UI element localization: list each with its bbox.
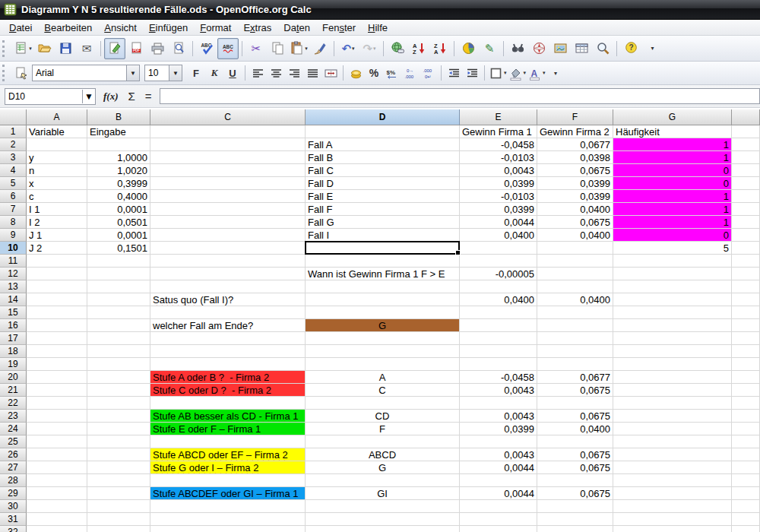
cell-F28[interactable] xyxy=(537,474,613,487)
cell-D9[interactable]: Fall I xyxy=(306,229,460,242)
cell-X21[interactable] xyxy=(732,384,760,397)
menu-hilfe[interactable]: Hilfe xyxy=(362,21,394,34)
cell-G15[interactable] xyxy=(613,306,732,319)
row-header-8[interactable]: 8 xyxy=(0,216,27,229)
new-document-button[interactable]: ▾ xyxy=(12,38,33,59)
sort-ascending-button[interactable]: AZ xyxy=(408,38,429,59)
cell-F19[interactable] xyxy=(537,358,613,371)
navigator-button[interactable] xyxy=(528,38,549,59)
cell-E16[interactable] xyxy=(460,319,537,332)
delete-decimal-button[interactable]: .0000↵ xyxy=(420,64,438,82)
toolbar-grip[interactable] xyxy=(2,40,8,57)
dropdown-arrow-icon[interactable]: ▾ xyxy=(305,46,308,52)
cell-G5[interactable]: 0 xyxy=(613,177,732,190)
cell-D25[interactable] xyxy=(306,435,460,448)
cell-E2[interactable]: -0,0458 xyxy=(460,138,537,151)
cell-F14[interactable]: 0,0400 xyxy=(537,293,613,306)
cell-A24[interactable] xyxy=(27,423,87,435)
cell-D12[interactable]: Wann ist Gewinn Firma 1 F > E xyxy=(306,268,460,280)
dropdown-arrow-icon[interactable]: ▾ xyxy=(373,46,376,52)
cell-C5[interactable] xyxy=(150,177,306,190)
italic-button[interactable]: K xyxy=(205,64,223,82)
row-header-2[interactable]: 2 xyxy=(0,138,27,151)
cell-F7[interactable]: 0,0400 xyxy=(537,203,613,216)
cell-G26[interactable] xyxy=(613,448,732,461)
cell-A22[interactable] xyxy=(27,397,87,410)
cell-B8[interactable]: 0,0501 xyxy=(87,216,150,229)
cell-G16[interactable] xyxy=(613,319,732,332)
cell-E15[interactable] xyxy=(460,306,537,319)
cell-X15[interactable] xyxy=(732,306,760,319)
col-header-C[interactable]: C xyxy=(150,109,306,125)
cell-X2[interactable] xyxy=(732,138,760,151)
cell-G24[interactable] xyxy=(613,423,732,435)
cell-E23[interactable]: 0,0043 xyxy=(460,410,537,423)
cell-E21[interactable]: 0,0043 xyxy=(460,384,537,397)
equals-button[interactable]: = xyxy=(143,90,154,103)
cell-C4[interactable] xyxy=(150,164,306,177)
cell-C13[interactable] xyxy=(150,280,306,293)
name-box[interactable]: D10 ▼ xyxy=(5,88,96,105)
cell-X5[interactable] xyxy=(732,177,760,190)
row-header-19[interactable]: 19 xyxy=(0,358,27,371)
cell-A5[interactable]: x xyxy=(27,177,87,190)
cell-F6[interactable]: 0,0399 xyxy=(537,190,613,203)
cell-B26[interactable] xyxy=(87,448,150,461)
cell-D4[interactable]: Fall C xyxy=(306,164,460,177)
row-header-27[interactable]: 27 xyxy=(0,461,27,474)
cell-D24[interactable]: F xyxy=(306,423,460,435)
cell-B28[interactable] xyxy=(87,474,150,487)
row-header-9[interactable]: 9 xyxy=(0,229,27,242)
cell-B1[interactable]: Eingabe xyxy=(87,125,150,138)
cell-F18[interactable] xyxy=(537,345,613,358)
cell-A1[interactable]: Variable xyxy=(27,125,87,138)
col-header-D[interactable]: D xyxy=(306,109,460,125)
merge-cells-button[interactable] xyxy=(321,64,340,82)
cell-F1[interactable]: Gewinn Firma 2 xyxy=(537,125,613,138)
cell-A9[interactable]: J 1 xyxy=(27,229,87,242)
row-header-18[interactable]: 18 xyxy=(0,345,27,358)
cell-G27[interactable] xyxy=(613,461,732,474)
cell-D31[interactable] xyxy=(306,513,460,526)
cell-B23[interactable] xyxy=(87,410,150,423)
name-box-dropdown-icon[interactable]: ▼ xyxy=(82,90,95,103)
cell-X26[interactable] xyxy=(732,448,760,461)
cell-F24[interactable]: 0,0400 xyxy=(537,423,613,435)
row-header-10[interactable]: 10 xyxy=(0,242,27,255)
cell-B9[interactable]: 0,0001 xyxy=(87,229,150,242)
cell-E17[interactable] xyxy=(460,332,537,345)
cell-F26[interactable]: 0,0675 xyxy=(537,448,613,461)
open-button[interactable] xyxy=(33,38,55,59)
cell-A29[interactable] xyxy=(27,487,87,500)
page-preview-button[interactable] xyxy=(168,38,189,59)
cell-X6[interactable] xyxy=(732,190,760,203)
cell-E6[interactable]: -0,0103 xyxy=(460,190,537,203)
cell-E5[interactable]: 0,0399 xyxy=(460,177,537,190)
dropdown-arrow-icon[interactable]: ▾ xyxy=(352,46,355,52)
cell-X22[interactable] xyxy=(732,397,760,410)
cell-D6[interactable]: Fall E xyxy=(306,190,460,203)
cell-C18[interactable] xyxy=(150,345,306,358)
cell-B15[interactable] xyxy=(87,306,150,319)
cell-A25[interactable] xyxy=(27,435,87,448)
cell-C20[interactable]: Stufe A oder B ? - Firma 2 xyxy=(150,371,306,384)
cell-B32[interactable] xyxy=(87,526,150,532)
cell-D18[interactable] xyxy=(306,345,460,358)
row-header-20[interactable]: 20 xyxy=(0,371,27,384)
cell-B24[interactable] xyxy=(87,423,150,435)
sum-button[interactable]: Σ xyxy=(126,90,138,103)
row-header-5[interactable]: 5 xyxy=(0,177,27,190)
cell-A12[interactable] xyxy=(27,268,87,280)
font-name-combo[interactable]: Arial▼ xyxy=(32,65,140,81)
cell-E24[interactable]: 0,0399 xyxy=(460,423,537,435)
cell-G20[interactable] xyxy=(613,371,732,384)
cell-D28[interactable] xyxy=(306,474,460,487)
cell-X19[interactable] xyxy=(732,358,760,371)
underline-button[interactable]: U xyxy=(223,64,242,82)
cell-C24[interactable]: Stufe E oder F – Firma 1 xyxy=(150,423,306,435)
cell-X28[interactable] xyxy=(732,474,760,487)
row-header-7[interactable]: 7 xyxy=(0,203,27,216)
cell-C6[interactable] xyxy=(150,190,306,203)
cell-A7[interactable]: I 1 xyxy=(27,203,87,216)
cell-C12[interactable] xyxy=(150,268,306,280)
